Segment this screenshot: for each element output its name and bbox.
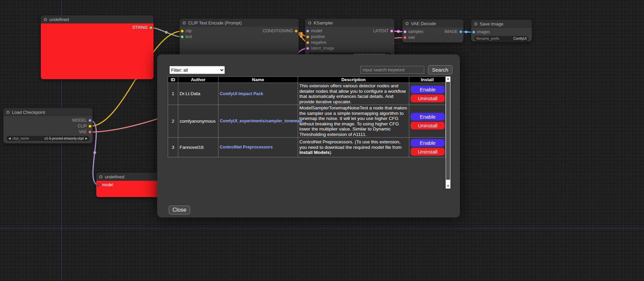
- model-output-dot[interactable]: [88, 119, 92, 122]
- node-title: CLIP Text Encode (Prompt): [188, 20, 242, 25]
- samples-input-dot[interactable]: [403, 30, 407, 33]
- positive-input-dot[interactable]: [306, 35, 309, 38]
- node-title: KSampler: [314, 20, 333, 25]
- slot-label: model: [311, 29, 322, 33]
- column-header-author: Author: [178, 77, 218, 83]
- collapse-dot-icon[interactable]: [183, 21, 186, 24]
- node-undefined-top[interactable]: undefined STRING: [41, 15, 153, 79]
- model-input-dot[interactable]: [97, 183, 100, 187]
- extension-link[interactable]: ComfyUI Impact Pack: [220, 91, 263, 96]
- slot-label: negative: [311, 40, 326, 45]
- node-undefined-bottom[interactable]: undefined model: [96, 173, 160, 197]
- node-header[interactable]: KSampler: [305, 19, 394, 27]
- extension-id: 2: [168, 105, 178, 138]
- scroll-down-icon[interactable]: ▼: [446, 184, 450, 189]
- extension-description: ControlNet Preprocessors. (To use this e…: [298, 138, 409, 157]
- node-header[interactable]: Load Checkpoint: [3, 108, 93, 116]
- next-arrow-icon[interactable]: ▶: [85, 137, 87, 140]
- ckpt-name-widget[interactable]: ◀ ckpt_name v1-5-pruned-emaonly.ckpt ▶: [6, 136, 89, 141]
- extension-author: comfyanonymous: [178, 105, 218, 138]
- extension-description: This extension offers various detector n…: [298, 83, 409, 105]
- node-header[interactable]: VAE Decode: [402, 19, 463, 28]
- input-slot-negative: negative: [305, 40, 394, 46]
- collapse-dot-icon[interactable]: [99, 175, 102, 178]
- model-input-dot[interactable]: [306, 30, 309, 33]
- uninstall-button[interactable]: Uninstall: [411, 122, 445, 129]
- string-wire-dot: [165, 31, 168, 34]
- collapse-dot-icon[interactable]: [6, 111, 10, 114]
- input-slot-model: model: [96, 182, 160, 188]
- node-header[interactable]: undefined: [41, 15, 153, 23]
- enable-button[interactable]: Enable: [411, 113, 445, 121]
- filter-select[interactable]: Filter: all: [169, 66, 225, 74]
- extension-link[interactable]: ComfyUI_experiments/sampler_tonemap: [220, 119, 302, 123]
- slot-label: model: [102, 182, 113, 187]
- table-row: 2 comfyanonymous ComfyUI_experiments/sam…: [168, 105, 446, 138]
- output-slot-model: MODEL: [3, 118, 93, 123]
- node-title: undefined: [105, 174, 124, 179]
- error-node-body: STRING: [41, 23, 153, 79]
- collapse-dot-icon[interactable]: [44, 18, 47, 21]
- install-cell: Enable Uninstall: [409, 138, 446, 157]
- slot-label: CLIP: [78, 124, 87, 128]
- enable-button[interactable]: Enable: [411, 139, 445, 147]
- uninstall-button[interactable]: Uninstall: [411, 94, 445, 102]
- node-title: Load Checkpoint: [12, 110, 45, 115]
- column-header-description: Description: [298, 77, 409, 83]
- node-save-image[interactable]: Save Image images filename_prefix ComfyU…: [471, 20, 532, 41]
- images-input-dot[interactable]: [472, 31, 475, 34]
- description-text: ): [330, 150, 331, 155]
- search-button[interactable]: Search: [428, 65, 452, 74]
- table-scrollbar[interactable]: ▲ ▼: [446, 76, 450, 189]
- widget-label: filename_prefix: [476, 37, 499, 40]
- scroll-up-icon[interactable]: ▲: [446, 76, 450, 81]
- collapse-dot-icon[interactable]: [474, 22, 477, 25]
- latent-image-input-dot[interactable]: [306, 47, 309, 50]
- input-slot-latent-image: latent_image: [305, 46, 394, 51]
- clip-input-dot[interactable]: [181, 30, 184, 33]
- conditioning-negative-wire-dot: [300, 35, 303, 38]
- latent-wire-dot: [397, 30, 400, 33]
- string-output-dot[interactable]: [149, 26, 152, 29]
- search-input[interactable]: [360, 66, 424, 74]
- node-title: undefined: [49, 17, 69, 22]
- output-slot-clip: CLIP: [3, 123, 93, 129]
- node-header[interactable]: CLIP Text Encode (Prompt): [180, 19, 299, 27]
- table-row: 3 Fannovel16 ControlNet Preprocessors Co…: [168, 138, 446, 157]
- node-ksampler[interactable]: KSampler LATENT model positive negative …: [305, 19, 394, 59]
- install-cell: Enable Uninstall: [409, 83, 446, 105]
- vae-output-dot[interactable]: [88, 130, 92, 134]
- node-vae-decode[interactable]: VAE Decode IMAGE samples vae: [402, 19, 463, 42]
- install-cell: Enable Uninstall: [409, 105, 446, 138]
- extension-id: 3: [168, 138, 178, 157]
- error-node-body: model: [96, 181, 160, 197]
- table-header-row: ID Author Name Description Install: [168, 77, 446, 83]
- collapse-dot-icon[interactable]: [308, 21, 311, 24]
- node-header[interactable]: undefined: [96, 173, 160, 181]
- graph-canvas[interactable]: undefined STRING CLIP Text Encode (Promp…: [0, 0, 644, 281]
- extension-link[interactable]: ControlNet Preprocessors: [220, 145, 273, 150]
- previous-arrow-icon[interactable]: ◀: [9, 137, 11, 140]
- enable-button[interactable]: Enable: [411, 86, 445, 93]
- description-text: ControlNet Preprocessors. (To use this e…: [299, 139, 401, 150]
- input-slot-positive: positive: [305, 34, 394, 40]
- image-wire-dot: [465, 31, 467, 33]
- uninstall-button[interactable]: Uninstall: [411, 148, 445, 156]
- input-slot-vae: vae: [402, 35, 463, 40]
- slot-label: text: [185, 34, 192, 39]
- negative-input-dot[interactable]: [306, 41, 309, 44]
- vae-input-dot[interactable]: [403, 36, 407, 39]
- widget-value: v1-5-pruned-emaonly.ckpt: [44, 137, 83, 140]
- close-button[interactable]: Close: [169, 206, 190, 214]
- filename-prefix-widget[interactable]: filename_prefix ComfyUI: [474, 36, 529, 41]
- collapse-dot-icon[interactable]: [406, 22, 409, 25]
- node-load-checkpoint[interactable]: Load Checkpoint MODEL CLIP VAE ◀ ckpt_na…: [3, 108, 93, 143]
- extension-description: ModelSamplerTonemapNoiseTest a node that…: [298, 105, 409, 138]
- slot-label: latent_image: [311, 46, 334, 51]
- text-input-dot[interactable]: [181, 35, 184, 38]
- slot-label: clip: [185, 29, 192, 33]
- scrollbar-thumb[interactable]: [446, 82, 450, 180]
- node-header[interactable]: Save Image: [471, 20, 532, 28]
- clip-output-dot[interactable]: [88, 125, 92, 128]
- slot-label: images: [477, 30, 490, 34]
